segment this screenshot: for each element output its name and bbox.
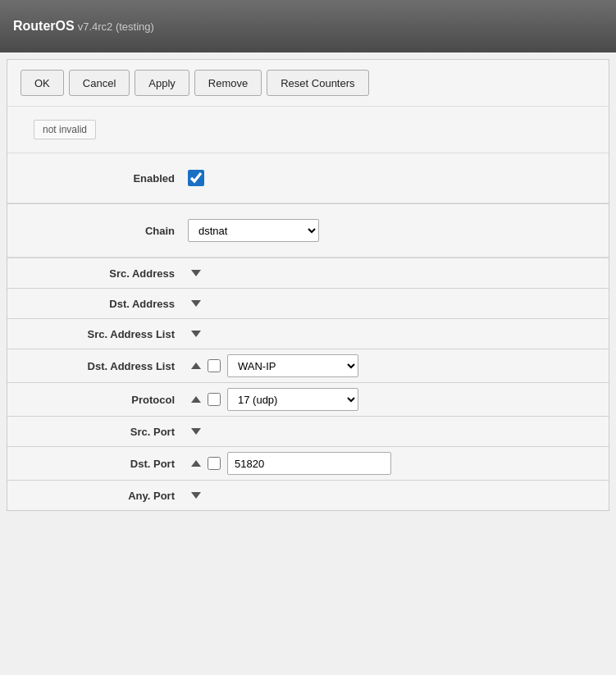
protocol-arrow[interactable] [191,396,201,403]
chain-section: Chain dstnat srcnat forward input output [7,204,609,258]
dst-port-control [188,452,592,475]
dst-address-row: Dst. Address [7,289,609,318]
src-address-list-row: Src. Address List [7,319,609,349]
dst-port-label: Dst. Port [24,458,188,470]
src-address-list-control[interactable] [188,331,592,337]
ok-button[interactable]: OK [21,70,64,96]
src-address-list-arrow[interactable] [191,331,201,337]
any-port-control[interactable] [188,492,592,499]
src-port-arrow[interactable] [191,428,201,435]
protocol-label: Protocol [24,394,188,406]
any-port-row: Any. Port [7,481,609,510]
protocol-control: 17 (udp) 6 (tcp) 1 (icmp) [188,388,592,411]
dst-address-list-label: Dst. Address List [24,360,188,372]
remove-button[interactable]: Remove [194,70,262,96]
toolbar: OK Cancel Apply Remove Reset Counters [7,60,609,107]
chain-label: Chain [24,225,188,237]
dst-address-control[interactable] [188,300,592,307]
src-address-arrow[interactable] [191,270,201,276]
protocol-select[interactable]: 17 (udp) 6 (tcp) 1 (icmp) [227,388,358,411]
reset-counters-button[interactable]: Reset Counters [267,70,368,96]
title-bar: RouterOS v7.4rc2 (testing) [0,0,616,52]
apply-button[interactable]: Apply [135,70,189,96]
status-badge: not invalid [34,120,96,139]
cancel-button[interactable]: Cancel [69,70,130,96]
protocol-row: Protocol 17 (udp) 6 (tcp) 1 (icmp) [7,383,609,416]
dst-address-list-control: WAN-IP [188,354,592,377]
dst-port-row: Dst. Port [7,447,609,480]
dst-address-arrow[interactable] [191,300,201,307]
chain-control: dstnat srcnat forward input output [188,219,592,242]
src-address-row: Src. Address [7,258,609,288]
src-port-control[interactable] [188,428,592,435]
dst-port-checkbox[interactable] [208,457,221,470]
chain-select[interactable]: dstnat srcnat forward input output [188,219,319,242]
enabled-label: Enabled [24,172,188,185]
enabled-section: Enabled [7,153,609,203]
dst-address-list-checkbox[interactable] [208,359,221,372]
src-port-label: Src. Port [24,426,188,438]
dst-port-input[interactable] [227,452,391,475]
src-port-row: Src. Port [7,417,609,446]
src-address-list-label: Src. Address List [24,328,188,340]
dst-address-label: Dst. Address [24,298,188,310]
app-name: RouterOS [13,19,75,34]
app-version: v7.4rc2 (testing) [78,21,154,33]
any-port-arrow[interactable] [191,492,201,499]
main-content: OK Cancel Apply Remove Reset Counters no… [7,59,609,511]
dst-address-list-row: Dst. Address List WAN-IP [7,349,609,382]
dst-port-arrow[interactable] [191,460,201,467]
enabled-row: Enabled [7,163,609,193]
dst-address-list-select[interactable]: WAN-IP [227,354,358,377]
any-port-label: Any. Port [24,490,188,502]
chain-row: Chain dstnat srcnat forward input output [7,214,609,247]
src-address-label: Src. Address [24,267,188,280]
src-address-control[interactable] [188,270,592,276]
dst-address-list-arrow[interactable] [191,363,201,369]
enabled-control [188,170,592,186]
enabled-checkbox[interactable] [188,170,204,186]
protocol-checkbox[interactable] [208,393,221,406]
